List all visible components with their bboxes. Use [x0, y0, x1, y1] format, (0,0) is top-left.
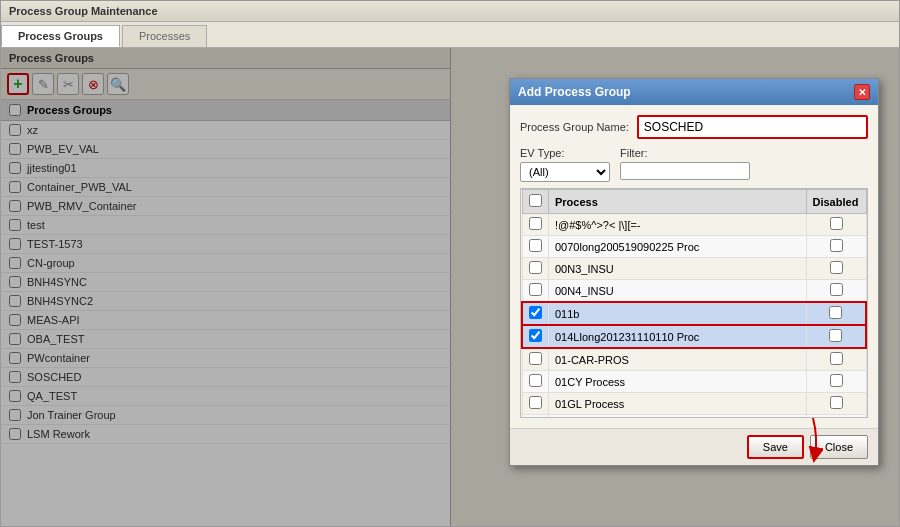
table-row[interactable]: 00N4_INSU	[522, 280, 866, 303]
process-checkbox[interactable]	[529, 374, 542, 387]
process-checkbox[interactable]	[529, 217, 542, 230]
process-name-cell: 0070long200519090225 Proc	[549, 236, 807, 258]
process-checkbox[interactable]	[529, 329, 542, 342]
disabled-checkbox[interactable]	[830, 239, 843, 252]
process-name-cell: 00N4_INSU	[549, 280, 807, 303]
filter-row: EV Type: (All)EV1EV2 Filter:	[520, 147, 868, 182]
modal-overlay: Add Process Group ✕ Process Group Name: …	[1, 48, 899, 526]
modal-title: Add Process Group	[518, 85, 631, 99]
name-label: Process Group Name:	[520, 121, 629, 133]
process-name-cell: 00N3_INSU	[549, 258, 807, 280]
table-row[interactable]: 00N3_INSU	[522, 258, 866, 280]
process-name-cell: 011b	[549, 302, 807, 325]
table-row[interactable]: 011b	[522, 302, 866, 325]
process-checkbox[interactable]	[529, 283, 542, 296]
modal-close-icon[interactable]: ✕	[854, 84, 870, 100]
name-row: Process Group Name:	[520, 115, 868, 139]
process-table: Process Disabled !@#$%^>?< |\][=-0070lon…	[521, 189, 867, 418]
process-group-name-input[interactable]	[637, 115, 868, 139]
tab-processes[interactable]: Processes	[122, 25, 207, 47]
tabs-row: Process Groups Processes	[1, 22, 899, 48]
disabled-checkbox[interactable]	[830, 261, 843, 274]
disabled-checkbox[interactable]	[830, 396, 843, 409]
tab-process-groups[interactable]: Process Groups	[1, 25, 120, 47]
col-header-checkbox	[522, 190, 549, 214]
process-checkbox[interactable]	[529, 239, 542, 252]
table-row[interactable]: 0070long200519090225 Proc	[522, 236, 866, 258]
table-row[interactable]: 01CY Process	[522, 371, 866, 393]
table-row[interactable]: 01-CAR-PROS	[522, 348, 866, 371]
add-process-group-modal: Add Process Group ✕ Process Group Name: …	[509, 78, 879, 466]
process-name-cell: 01CY Process	[549, 371, 807, 393]
filter-label: Filter:	[620, 147, 750, 159]
main-window: Process Group Maintenance Process Groups…	[0, 0, 900, 527]
table-row[interactable]: 014Llong201231110110 Proc	[522, 325, 866, 348]
window-title: Process Group Maintenance	[9, 5, 158, 17]
filter-input[interactable]	[620, 162, 750, 180]
process-table-container: Process Disabled !@#$%^>?< |\][=-0070lon…	[520, 188, 868, 418]
table-row[interactable]: 01GL Process	[522, 393, 866, 415]
disabled-checkbox[interactable]	[830, 217, 843, 230]
process-name-cell: 01N3_INSU	[549, 415, 807, 419]
modal-body: Process Group Name: EV Type: (All)EV1EV2…	[510, 105, 878, 428]
close-button[interactable]: Close	[810, 435, 868, 459]
process-checkbox[interactable]	[529, 352, 542, 365]
process-name-cell: !@#$%^>?< |\][=-	[549, 214, 807, 236]
ev-type-group: EV Type: (All)EV1EV2	[520, 147, 610, 182]
col-header-process: Process	[549, 190, 807, 214]
process-checkbox[interactable]	[529, 306, 542, 319]
disabled-checkbox[interactable]	[830, 283, 843, 296]
disabled-checkbox[interactable]	[829, 329, 842, 342]
col-header-disabled: Disabled	[806, 190, 866, 214]
filter-group: Filter:	[620, 147, 750, 182]
title-bar: Process Group Maintenance	[1, 1, 899, 22]
modal-footer: Save Close	[510, 428, 878, 465]
ev-type-label: EV Type:	[520, 147, 610, 159]
process-checkbox[interactable]	[529, 261, 542, 274]
process-name-cell: 014Llong201231110110 Proc	[549, 325, 807, 348]
save-button[interactable]: Save	[747, 435, 804, 459]
ev-type-select[interactable]: (All)EV1EV2	[520, 162, 610, 182]
table-row[interactable]: !@#$%^>?< |\][=-	[522, 214, 866, 236]
modal-title-bar: Add Process Group ✕	[510, 79, 878, 105]
disabled-checkbox[interactable]	[829, 306, 842, 319]
disabled-checkbox[interactable]	[830, 352, 843, 365]
process-checkbox[interactable]	[529, 396, 542, 409]
disabled-checkbox[interactable]	[830, 374, 843, 387]
select-all-process-checkbox[interactable]	[529, 194, 542, 207]
process-name-cell: 01-CAR-PROS	[549, 348, 807, 371]
process-name-cell: 01GL Process	[549, 393, 807, 415]
content-area: Process Groups + ✎ ✂ ⊗ 🔍	[1, 48, 899, 526]
table-row[interactable]: 01N3_INSU	[522, 415, 866, 419]
